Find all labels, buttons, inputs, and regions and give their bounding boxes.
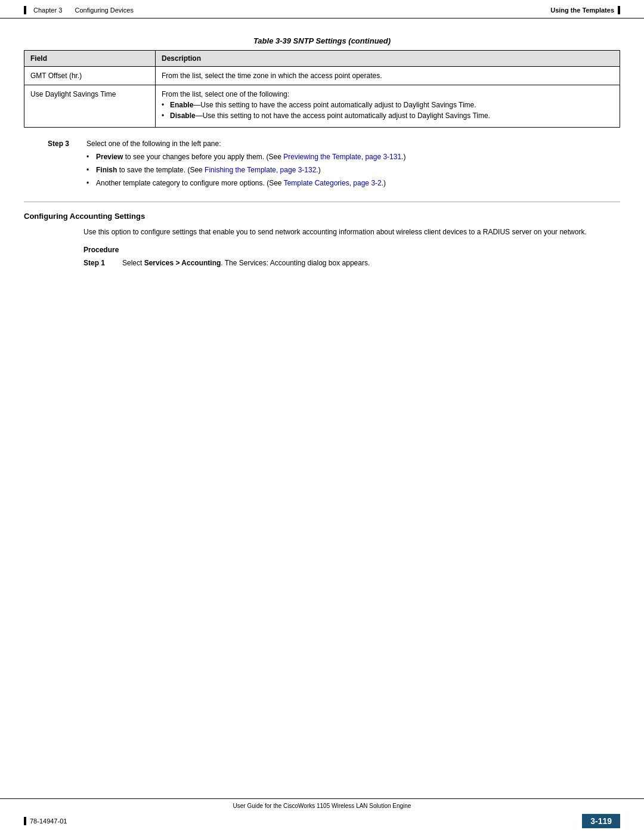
step1-label: Step 1 bbox=[83, 259, 116, 267]
accounting-body: Use this option to configure settings th… bbox=[24, 227, 620, 237]
chapter-label: Chapter 3 bbox=[33, 7, 62, 14]
chapter-sublabel: Configuring Devices bbox=[75, 7, 133, 14]
step3-content: Select one of the following in the left … bbox=[86, 140, 620, 192]
footer-guide-title: User Guide for the CiscoWorks 1105 Wirel… bbox=[0, 799, 644, 812]
header-right: Using the Templates bbox=[550, 6, 620, 14]
step3-label: Step 3 bbox=[48, 140, 80, 148]
step1-content: Select Services > Accounting. The Servic… bbox=[122, 259, 620, 267]
field-daylight: Use Daylight Savings Time bbox=[24, 85, 156, 128]
header-bar-icon bbox=[24, 6, 26, 14]
step3-bullet-preview: Preview to see your changes before you a… bbox=[86, 153, 620, 161]
step1-text-after: . The Services: Accounting dialog box ap… bbox=[221, 259, 370, 267]
col-field: Field bbox=[24, 51, 156, 67]
header-right-label: Using the Templates bbox=[550, 7, 614, 14]
step3-bullet-another: Another template category to configure m… bbox=[86, 179, 620, 187]
desc-gmt: From the list, select the time zone in w… bbox=[156, 67, 620, 85]
main-content: Table 3-39 SNTP Settings (continued) Fie… bbox=[0, 18, 644, 315]
finish-bold: Finish bbox=[96, 166, 117, 174]
header-right-bar bbox=[618, 6, 620, 14]
step3-bullets: Preview to see your changes before you a… bbox=[86, 153, 620, 187]
step1-text-before: Select bbox=[122, 259, 144, 267]
footer-bottom: 78-14947-01 3-119 bbox=[0, 812, 644, 833]
step1-bold: Services > Accounting bbox=[144, 259, 221, 267]
step3-section: Step 3 Select one of the following in th… bbox=[24, 140, 620, 192]
page-footer: User Guide for the CiscoWorks 1105 Wirel… bbox=[0, 798, 644, 833]
footer-doc-number: 78-14947-01 bbox=[30, 817, 67, 825]
table-title: Table 3-39 SNTP Settings (continued) bbox=[24, 36, 620, 45]
page-container: Chapter 3 Configuring Devices Using the … bbox=[0, 0, 644, 833]
daylight-bullets: Enable—Use this setting to have the acce… bbox=[162, 101, 614, 120]
step3-row: Step 3 Select one of the following in th… bbox=[48, 140, 620, 192]
table-row: Use Daylight Savings Time From the list,… bbox=[24, 85, 620, 128]
preview-bold: Preview bbox=[96, 153, 123, 161]
previewing-link[interactable]: Previewing the Template, page 3-131 bbox=[283, 153, 401, 161]
bullet-enable: Enable—Use this setting to have the acce… bbox=[162, 101, 614, 109]
header-left: Chapter 3 Configuring Devices bbox=[24, 6, 134, 14]
footer-left: 78-14947-01 bbox=[24, 817, 67, 825]
step3-bullet-finish: Finish to save the template. (See Finish… bbox=[86, 166, 620, 174]
desc-daylight: From the list, select one of the followi… bbox=[156, 85, 620, 128]
procedure-heading: Procedure bbox=[24, 246, 620, 254]
footer-left-bar bbox=[24, 817, 26, 825]
step1-row: Step 1 Select Services > Accounting. The… bbox=[24, 259, 620, 267]
field-gmt: GMT Offset (hr.) bbox=[24, 67, 156, 85]
step3-intro: Select one of the following in the left … bbox=[86, 140, 221, 148]
page-header: Chapter 3 Configuring Devices Using the … bbox=[0, 0, 644, 18]
sntp-settings-table: Field Description GMT Offset (hr.) From … bbox=[24, 50, 620, 128]
finishing-link[interactable]: Finishing the Template, page 3-132 bbox=[205, 166, 316, 174]
col-description: Description bbox=[156, 51, 620, 67]
section-divider bbox=[24, 202, 620, 202]
bullet-disable: Disable—Use this setting to not have the… bbox=[162, 112, 614, 120]
table-row: GMT Offset (hr.) From the list, select t… bbox=[24, 67, 620, 85]
accounting-heading: Configuring Accounting Settings bbox=[24, 212, 620, 221]
accounting-section: Configuring Accounting Settings Use this… bbox=[24, 212, 620, 267]
template-categories-link[interactable]: Template Categories, page 3-2 bbox=[284, 179, 382, 187]
page-number: 3-119 bbox=[582, 814, 620, 828]
